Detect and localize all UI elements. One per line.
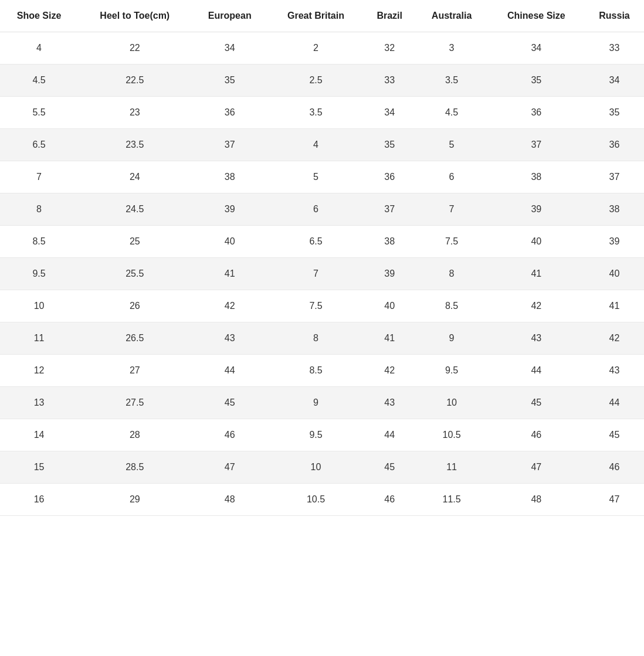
table-cell-r10-c4: 42 bbox=[364, 355, 416, 387]
table-cell-r11-c3: 9 bbox=[268, 387, 364, 419]
table-cell-r3-c2: 37 bbox=[191, 129, 268, 161]
table-cell-r1-c4: 33 bbox=[364, 64, 416, 97]
table-cell-r1-c2: 35 bbox=[191, 64, 268, 97]
table-row: 9.525.54173984140 bbox=[0, 258, 644, 290]
table-cell-r4-c6: 38 bbox=[488, 161, 585, 193]
table-row: 4223423233433 bbox=[0, 32, 644, 64]
table-cell-r13-c0: 15 bbox=[0, 451, 78, 484]
table-row: 824.53963773938 bbox=[0, 193, 644, 226]
table-cell-r8-c2: 42 bbox=[191, 290, 268, 322]
table-cell-r11-c7: 44 bbox=[585, 387, 644, 419]
table-cell-r9-c6: 43 bbox=[488, 322, 585, 355]
table-row: 1126.54384194342 bbox=[0, 322, 644, 355]
table-row: 1026427.5408.54241 bbox=[0, 290, 644, 322]
table-cell-r8-c0: 10 bbox=[0, 290, 78, 322]
table-cell-r13-c7: 46 bbox=[585, 451, 644, 484]
table-cell-r14-c0: 16 bbox=[0, 484, 78, 516]
table-cell-r13-c6: 47 bbox=[488, 451, 585, 484]
table-cell-r12-c3: 9.5 bbox=[268, 419, 364, 451]
table-cell-r14-c4: 46 bbox=[364, 484, 416, 516]
table-cell-r11-c2: 45 bbox=[191, 387, 268, 419]
table-cell-r0-c2: 34 bbox=[191, 32, 268, 64]
table-cell-r4-c2: 38 bbox=[191, 161, 268, 193]
column-header-5: Australia bbox=[415, 0, 487, 32]
table-row: 8.525406.5387.54039 bbox=[0, 226, 644, 258]
table-cell-r0-c1: 22 bbox=[78, 32, 191, 64]
table-cell-r5-c6: 39 bbox=[488, 193, 585, 226]
table-cell-r12-c4: 44 bbox=[364, 419, 416, 451]
table-body: 42234232334334.522.5352.5333.535345.5233… bbox=[0, 32, 644, 516]
table-cell-r9-c0: 11 bbox=[0, 322, 78, 355]
table-header-row: Shoe SizeHeel to Toe(cm)EuropeanGreat Br… bbox=[0, 0, 644, 32]
table-cell-r2-c5: 4.5 bbox=[415, 97, 487, 129]
table-cell-r1-c0: 4.5 bbox=[0, 64, 78, 97]
table-row: 16294810.54611.54847 bbox=[0, 484, 644, 516]
table-cell-r14-c7: 47 bbox=[585, 484, 644, 516]
column-header-1: Heel to Toe(cm) bbox=[78, 0, 191, 32]
table-cell-r6-c1: 25 bbox=[78, 226, 191, 258]
table-cell-r14-c5: 11.5 bbox=[415, 484, 487, 516]
table-cell-r7-c5: 8 bbox=[415, 258, 487, 290]
table-cell-r10-c0: 12 bbox=[0, 355, 78, 387]
table-cell-r10-c5: 9.5 bbox=[415, 355, 487, 387]
table-cell-r5-c3: 6 bbox=[268, 193, 364, 226]
table-cell-r7-c4: 39 bbox=[364, 258, 416, 290]
table-cell-r4-c1: 24 bbox=[78, 161, 191, 193]
table-cell-r5-c2: 39 bbox=[191, 193, 268, 226]
table-cell-r13-c5: 11 bbox=[415, 451, 487, 484]
table-cell-r9-c3: 8 bbox=[268, 322, 364, 355]
table-cell-r2-c6: 36 bbox=[488, 97, 585, 129]
table-cell-r1-c7: 34 bbox=[585, 64, 644, 97]
table-cell-r2-c0: 5.5 bbox=[0, 97, 78, 129]
table-cell-r6-c5: 7.5 bbox=[415, 226, 487, 258]
table-cell-r6-c4: 38 bbox=[364, 226, 416, 258]
table-cell-r2-c3: 3.5 bbox=[268, 97, 364, 129]
table-cell-r4-c0: 7 bbox=[0, 161, 78, 193]
table-cell-r2-c1: 23 bbox=[78, 97, 191, 129]
table-cell-r10-c2: 44 bbox=[191, 355, 268, 387]
table-cell-r6-c2: 40 bbox=[191, 226, 268, 258]
table-cell-r5-c0: 8 bbox=[0, 193, 78, 226]
table-row: 5.523363.5344.53635 bbox=[0, 97, 644, 129]
table-cell-r14-c3: 10.5 bbox=[268, 484, 364, 516]
table-cell-r14-c2: 48 bbox=[191, 484, 268, 516]
table-cell-r3-c0: 6.5 bbox=[0, 129, 78, 161]
table-cell-r10-c1: 27 bbox=[78, 355, 191, 387]
table-cell-r2-c2: 36 bbox=[191, 97, 268, 129]
table-cell-r12-c7: 45 bbox=[585, 419, 644, 451]
table-cell-r7-c3: 7 bbox=[268, 258, 364, 290]
table-cell-r3-c3: 4 bbox=[268, 129, 364, 161]
column-header-4: Brazil bbox=[364, 0, 416, 32]
table-cell-r8-c6: 42 bbox=[488, 290, 585, 322]
table-cell-r13-c1: 28.5 bbox=[78, 451, 191, 484]
column-header-3: Great Britain bbox=[268, 0, 364, 32]
table-row: 7243853663837 bbox=[0, 161, 644, 193]
table-cell-r0-c7: 33 bbox=[585, 32, 644, 64]
table-cell-r9-c2: 43 bbox=[191, 322, 268, 355]
table-cell-r6-c7: 39 bbox=[585, 226, 644, 258]
table-cell-r9-c4: 41 bbox=[364, 322, 416, 355]
table-cell-r9-c1: 26.5 bbox=[78, 322, 191, 355]
table-cell-r12-c6: 46 bbox=[488, 419, 585, 451]
table-row: 1428469.54410.54645 bbox=[0, 419, 644, 451]
table-cell-r8-c5: 8.5 bbox=[415, 290, 487, 322]
table-cell-r13-c3: 10 bbox=[268, 451, 364, 484]
table-cell-r3-c5: 5 bbox=[415, 129, 487, 161]
table-cell-r11-c4: 43 bbox=[364, 387, 416, 419]
table-cell-r1-c5: 3.5 bbox=[415, 64, 487, 97]
table-cell-r10-c7: 43 bbox=[585, 355, 644, 387]
table-cell-r0-c5: 3 bbox=[415, 32, 487, 64]
table-cell-r5-c5: 7 bbox=[415, 193, 487, 226]
table-cell-r3-c6: 37 bbox=[488, 129, 585, 161]
table-cell-r0-c6: 34 bbox=[488, 32, 585, 64]
table-cell-r12-c2: 46 bbox=[191, 419, 268, 451]
table-cell-r11-c0: 13 bbox=[0, 387, 78, 419]
table-cell-r9-c5: 9 bbox=[415, 322, 487, 355]
table-cell-r5-c4: 37 bbox=[364, 193, 416, 226]
table-row: 4.522.5352.5333.53534 bbox=[0, 64, 644, 97]
table-cell-r11-c5: 10 bbox=[415, 387, 487, 419]
table-cell-r0-c3: 2 bbox=[268, 32, 364, 64]
table-row: 6.523.53743553736 bbox=[0, 129, 644, 161]
table-cell-r3-c4: 35 bbox=[364, 129, 416, 161]
table-cell-r7-c1: 25.5 bbox=[78, 258, 191, 290]
